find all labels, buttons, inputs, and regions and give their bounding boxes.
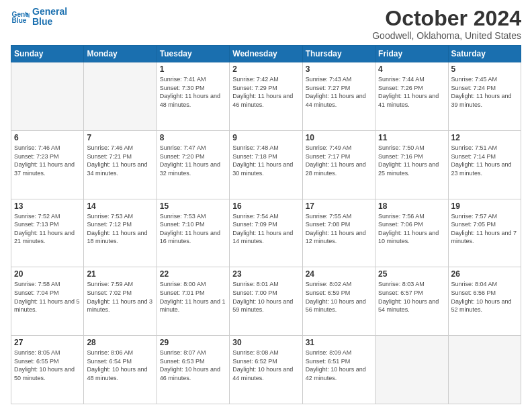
col-header-sunday: Sunday (11, 46, 84, 62)
calendar-cell: 29Sunrise: 8:07 AM Sunset: 6:53 PM Dayli… (157, 336, 229, 404)
day-number: 27 (14, 338, 81, 347)
day-number: 31 (306, 338, 372, 347)
calendar-cell: 7Sunrise: 7:46 AM Sunset: 7:21 PM Daylig… (84, 130, 157, 199)
cell-info: Sunrise: 7:43 AM Sunset: 7:27 PM Dayligh… (306, 75, 372, 109)
day-number: 30 (232, 338, 299, 347)
cell-info: Sunrise: 8:00 AM Sunset: 7:01 PM Dayligh… (160, 280, 226, 314)
cell-info: Sunrise: 7:53 AM Sunset: 7:12 PM Dayligh… (87, 212, 153, 246)
calendar-cell: 16Sunrise: 7:54 AM Sunset: 7:09 PM Dayli… (230, 199, 302, 267)
cell-info: Sunrise: 7:54 AM Sunset: 7:09 PM Dayligh… (232, 212, 299, 246)
calendar-cell (375, 336, 448, 404)
calendar-cell: 11Sunrise: 7:50 AM Sunset: 7:16 PM Dayli… (375, 130, 448, 199)
calendar-cell: 13Sunrise: 7:52 AM Sunset: 7:13 PM Dayli… (11, 199, 84, 267)
calendar-cell: 23Sunrise: 8:01 AM Sunset: 7:00 PM Dayli… (230, 267, 302, 336)
day-number: 22 (160, 269, 226, 279)
day-number: 28 (87, 338, 153, 347)
cell-info: Sunrise: 7:51 AM Sunset: 7:14 PM Dayligh… (451, 144, 518, 177)
day-number: 12 (451, 133, 518, 142)
week-row-4: 20Sunrise: 7:58 AM Sunset: 7:04 PM Dayli… (11, 267, 521, 336)
day-number: 11 (378, 133, 445, 142)
day-number: 26 (451, 269, 518, 279)
calendar-cell: 3Sunrise: 7:43 AM Sunset: 7:27 PM Daylig… (302, 62, 375, 131)
day-number: 23 (232, 269, 299, 279)
cell-info: Sunrise: 7:44 AM Sunset: 7:26 PM Dayligh… (378, 75, 445, 109)
page-header: General Blue General Blue October 2024 G… (11, 7, 521, 41)
day-number: 25 (378, 269, 445, 279)
day-number: 13 (14, 201, 81, 211)
calendar-cell: 1Sunrise: 7:41 AM Sunset: 7:30 PM Daylig… (157, 62, 229, 131)
day-number: 24 (306, 269, 372, 279)
day-number: 20 (14, 269, 81, 279)
calendar-cell (84, 62, 157, 131)
cell-info: Sunrise: 7:42 AM Sunset: 7:29 PM Dayligh… (232, 75, 299, 109)
logo: General Blue General Blue (11, 7, 67, 28)
cell-info: Sunrise: 8:09 AM Sunset: 6:51 PM Dayligh… (306, 349, 372, 382)
calendar-cell: 25Sunrise: 8:03 AM Sunset: 6:57 PM Dayli… (375, 267, 448, 336)
calendar-cell: 6Sunrise: 7:46 AM Sunset: 7:23 PM Daylig… (11, 130, 84, 199)
cell-info: Sunrise: 7:50 AM Sunset: 7:16 PM Dayligh… (378, 144, 445, 177)
calendar-cell: 12Sunrise: 7:51 AM Sunset: 7:14 PM Dayli… (448, 130, 521, 199)
page-subtitle: Goodwell, Oklahoma, United States (372, 30, 521, 41)
col-header-monday: Monday (84, 46, 157, 62)
calendar-cell: 22Sunrise: 8:00 AM Sunset: 7:01 PM Dayli… (157, 267, 229, 336)
cell-info: Sunrise: 8:03 AM Sunset: 6:57 PM Dayligh… (378, 280, 445, 314)
col-header-thursday: Thursday (302, 46, 375, 62)
day-number: 5 (451, 64, 518, 74)
calendar-cell: 26Sunrise: 8:04 AM Sunset: 6:56 PM Dayli… (448, 267, 521, 336)
cell-info: Sunrise: 7:57 AM Sunset: 7:05 PM Dayligh… (451, 212, 518, 246)
col-header-saturday: Saturday (448, 46, 521, 62)
calendar-cell: 27Sunrise: 8:05 AM Sunset: 6:55 PM Dayli… (11, 336, 84, 404)
logo-text-blue: Blue (32, 17, 67, 27)
cell-info: Sunrise: 7:47 AM Sunset: 7:20 PM Dayligh… (160, 144, 226, 177)
col-header-friday: Friday (375, 46, 448, 62)
calendar-cell: 14Sunrise: 7:53 AM Sunset: 7:12 PM Dayli… (84, 199, 157, 267)
week-row-1: 1Sunrise: 7:41 AM Sunset: 7:30 PM Daylig… (11, 62, 521, 131)
day-number: 9 (232, 133, 299, 142)
page-title: October 2024 (372, 7, 521, 30)
cell-info: Sunrise: 8:07 AM Sunset: 6:53 PM Dayligh… (160, 349, 226, 382)
col-header-tuesday: Tuesday (157, 46, 229, 62)
day-number: 17 (306, 201, 372, 211)
calendar-cell: 2Sunrise: 7:42 AM Sunset: 7:29 PM Daylig… (230, 62, 302, 131)
calendar-cell: 20Sunrise: 7:58 AM Sunset: 7:04 PM Dayli… (11, 267, 84, 336)
cell-info: Sunrise: 7:41 AM Sunset: 7:30 PM Dayligh… (160, 75, 226, 109)
calendar-table: SundayMondayTuesdayWednesdayThursdayFrid… (11, 45, 521, 404)
cell-info: Sunrise: 8:01 AM Sunset: 7:00 PM Dayligh… (232, 280, 299, 314)
cell-info: Sunrise: 7:58 AM Sunset: 7:04 PM Dayligh… (14, 280, 81, 314)
cell-info: Sunrise: 8:08 AM Sunset: 6:52 PM Dayligh… (232, 349, 299, 382)
calendar-cell: 31Sunrise: 8:09 AM Sunset: 6:51 PM Dayli… (302, 336, 375, 404)
day-number: 21 (87, 269, 153, 279)
day-number: 6 (14, 133, 81, 142)
day-number: 16 (232, 201, 299, 211)
calendar-cell: 28Sunrise: 8:06 AM Sunset: 6:54 PM Dayli… (84, 336, 157, 404)
day-number: 2 (232, 64, 299, 74)
calendar-cell (448, 336, 521, 404)
logo-text-general: General (32, 7, 67, 17)
day-number: 3 (306, 64, 372, 74)
week-row-5: 27Sunrise: 8:05 AM Sunset: 6:55 PM Dayli… (11, 336, 521, 404)
calendar-cell: 15Sunrise: 7:53 AM Sunset: 7:10 PM Dayli… (157, 199, 229, 267)
cell-info: Sunrise: 7:53 AM Sunset: 7:10 PM Dayligh… (160, 212, 226, 246)
day-number: 4 (378, 64, 445, 74)
calendar-cell: 24Sunrise: 8:02 AM Sunset: 6:59 PM Dayli… (302, 267, 375, 336)
day-number: 14 (87, 201, 153, 211)
day-number: 29 (160, 338, 226, 347)
cell-info: Sunrise: 8:02 AM Sunset: 6:59 PM Dayligh… (306, 280, 372, 314)
calendar-header-row: SundayMondayTuesdayWednesdayThursdayFrid… (11, 46, 521, 62)
cell-info: Sunrise: 7:56 AM Sunset: 7:06 PM Dayligh… (378, 212, 445, 246)
calendar-cell: 10Sunrise: 7:49 AM Sunset: 7:17 PM Dayli… (302, 130, 375, 199)
cell-info: Sunrise: 7:45 AM Sunset: 7:24 PM Dayligh… (451, 75, 518, 109)
calendar-cell: 30Sunrise: 8:08 AM Sunset: 6:52 PM Dayli… (230, 336, 302, 404)
cell-info: Sunrise: 8:06 AM Sunset: 6:54 PM Dayligh… (87, 349, 153, 382)
calendar-cell: 19Sunrise: 7:57 AM Sunset: 7:05 PM Dayli… (448, 199, 521, 267)
calendar-cell: 5Sunrise: 7:45 AM Sunset: 7:24 PM Daylig… (448, 62, 521, 131)
day-number: 19 (451, 201, 518, 211)
cell-info: Sunrise: 7:46 AM Sunset: 7:23 PM Dayligh… (14, 144, 81, 177)
logo-icon: General Blue (11, 7, 30, 26)
day-number: 15 (160, 201, 226, 211)
day-number: 10 (306, 133, 372, 142)
cell-info: Sunrise: 7:52 AM Sunset: 7:13 PM Dayligh… (14, 212, 81, 246)
cell-info: Sunrise: 7:48 AM Sunset: 7:18 PM Dayligh… (232, 144, 299, 177)
day-number: 8 (160, 133, 226, 142)
cell-info: Sunrise: 7:59 AM Sunset: 7:02 PM Dayligh… (87, 280, 153, 314)
